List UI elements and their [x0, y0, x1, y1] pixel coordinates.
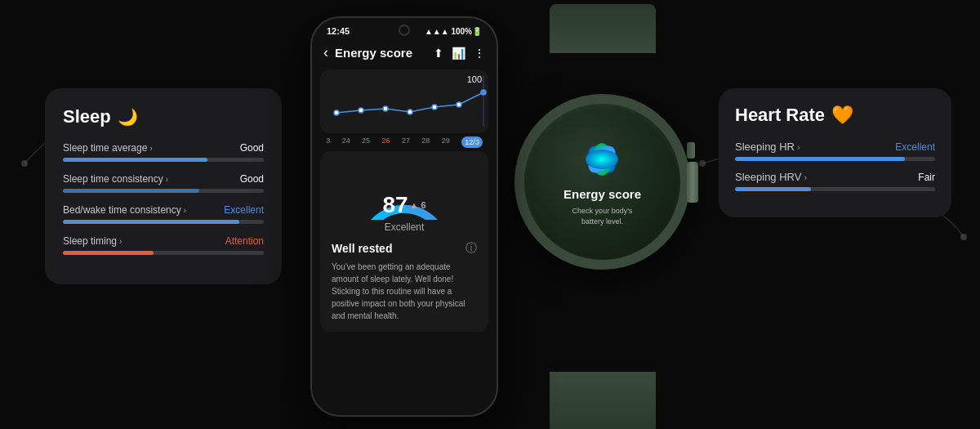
well-rested-title: Well rested — [332, 242, 392, 255]
score-delta: ▲ 6 — [410, 200, 426, 210]
score-label-text: Excellent — [385, 221, 425, 233]
phone-time: 12:45 — [327, 26, 350, 36]
svg-point-9 — [408, 109, 412, 114]
phone-container: 12:45 ▲▲▲ 100%🔋 ‹ Energy score ⬆ 📊 ⋮ 100 — [310, 16, 498, 417]
watch-wrapper: Energy score Check your body's battery l… — [514, 49, 690, 376]
chart-date[interactable]: 12/3 — [461, 136, 483, 148]
signal-text: ▲▲▲ 100%🔋 — [425, 27, 482, 36]
phone-score-area: 87 ▲ 6 Excellent Well rested ⓘ You've be… — [320, 151, 488, 332]
hr-progress-fill — [735, 157, 905, 161]
progress-bar-fill — [63, 189, 199, 193]
phone: 12:45 ▲▲▲ 100%🔋 ‹ Energy score ⬆ 📊 ⋮ 100 — [310, 16, 498, 417]
phone-title: Energy score — [335, 46, 412, 60]
share-icon[interactable]: ⬆ — [434, 47, 443, 60]
well-rested-section: Well rested ⓘ You've been getting an ade… — [330, 241, 479, 322]
watch-flower-icon — [576, 136, 629, 182]
svg-point-10 — [432, 105, 437, 109]
svg-point-17 — [586, 150, 618, 169]
well-rested-body: You've been getting an adequate amount o… — [332, 261, 477, 322]
metric-value: Attention — [225, 235, 264, 247]
svg-point-6 — [334, 110, 339, 115]
progress-bar-bg — [63, 189, 264, 193]
watch-crown-btn — [687, 142, 695, 159]
sleep-title: Sleep 🌙 — [63, 106, 264, 127]
hr-value: Fair — [918, 172, 935, 183]
metric-value: Excellent — [224, 204, 264, 216]
svg-point-3 — [699, 160, 706, 167]
svg-point-0 — [21, 160, 28, 167]
sleep-card: Sleep 🌙 Sleep time average › Good Sleep … — [45, 88, 282, 284]
hr-value: Excellent — [895, 141, 935, 153]
watch-body-wrapper: Energy score Check your body's battery l… — [514, 94, 690, 270]
metric-label[interactable]: Sleep timing › — [63, 235, 122, 247]
watch-body: Energy score Check your body's battery l… — [514, 94, 690, 270]
back-icon[interactable]: ‹ — [323, 44, 328, 61]
sleep-metric-row: Sleep timing › Attention — [63, 235, 264, 255]
chart-score-label: 100 — [467, 74, 482, 84]
hr-progress-bg — [735, 157, 935, 161]
watch-band-top — [550, 4, 656, 53]
watch-screen: Energy score Check your body's battery l… — [564, 136, 641, 226]
metric-value: Good — [240, 173, 264, 185]
heart-rate-title-text: Heart Rate — [735, 105, 825, 126]
chart-date[interactable]: 28 — [421, 136, 430, 148]
score-arc: 87 ▲ 6 — [355, 163, 453, 220]
watch-crown — [687, 162, 698, 203]
svg-point-7 — [359, 108, 363, 113]
chart-icon[interactable]: 📊 — [452, 47, 466, 60]
hr-progress-fill — [735, 187, 811, 191]
header-icons: ⬆ 📊 ⋮ — [434, 47, 485, 60]
more-icon[interactable]: ⋮ — [474, 47, 485, 60]
moon-icon: 🌙 — [118, 107, 138, 127]
chart-date[interactable]: 27 — [402, 136, 410, 148]
hr-label[interactable]: Sleeping HR › — [735, 141, 800, 153]
sleep-metric-row: Sleep time average › Good — [63, 142, 264, 162]
signal-battery: ▲▲▲ 100%🔋 — [425, 27, 482, 36]
phone-notch — [399, 25, 410, 36]
hr-metric-row: Sleeping HRV › Fair — [735, 171, 935, 191]
heart-rate-title: Heart Rate 🧡 — [735, 105, 935, 126]
chart-date[interactable]: 29 — [442, 136, 450, 148]
sleep-metrics: Sleep time average › Good Sleep time con… — [63, 142, 264, 255]
watch-container: Energy score Check your body's battery l… — [514, 49, 690, 376]
progress-bar-bg — [63, 158, 264, 162]
metric-label[interactable]: Sleep time average › — [63, 142, 153, 154]
chart-date[interactable]: 25 — [362, 136, 370, 148]
sleep-metric-row: Bed/wake time consistency › Excellent — [63, 204, 264, 224]
progress-bar-fill — [63, 158, 207, 162]
info-icon[interactable]: ⓘ — [466, 241, 477, 256]
progress-bar-bg — [63, 220, 264, 224]
chart-date[interactable]: 24 — [342, 136, 350, 148]
metric-label[interactable]: Sleep time consistency › — [63, 173, 168, 185]
score-number: 87 ▲ 6 — [382, 192, 425, 218]
metric-value: Good — [240, 142, 264, 154]
chart-dates: 324252627282912/3 — [320, 136, 488, 148]
chart-date[interactable]: 3 — [326, 136, 330, 148]
watch-app-sub: Check your body's battery level. — [572, 206, 633, 226]
watch-app-name: Energy score — [564, 187, 641, 201]
hr-progress-bg — [735, 187, 935, 191]
hr-metric-row: Sleeping HR › Excellent — [735, 141, 935, 161]
score-circle: 87 ▲ 6 Excellent — [330, 163, 479, 233]
hr-label[interactable]: Sleeping HRV › — [735, 171, 807, 183]
well-rested-header: Well rested ⓘ — [332, 241, 477, 256]
hr-metrics: Sleeping HR › Excellent Sleeping HRV › F… — [735, 141, 935, 191]
svg-point-5 — [960, 234, 967, 240]
progress-bar-fill — [63, 251, 154, 255]
heart-icon: 🧡 — [831, 105, 853, 126]
svg-point-8 — [383, 106, 388, 111]
progress-bar-bg — [63, 251, 264, 255]
heart-rate-card: Heart Rate 🧡 Sleeping HR › Excellent Sle… — [719, 88, 951, 217]
sleep-metric-row: Sleep time consistency › Good — [63, 173, 264, 193]
sleep-title-text: Sleep — [63, 106, 111, 127]
phone-header: ‹ Energy score ⬆ 📊 ⋮ — [312, 39, 497, 66]
chart-date[interactable]: 26 — [381, 136, 390, 148]
progress-bar-fill — [63, 220, 239, 224]
metric-label[interactable]: Bed/wake time consistency › — [63, 204, 186, 216]
svg-point-11 — [457, 102, 461, 107]
phone-chart: 100 — [320, 69, 488, 133]
watch-band-bottom — [550, 372, 656, 429]
